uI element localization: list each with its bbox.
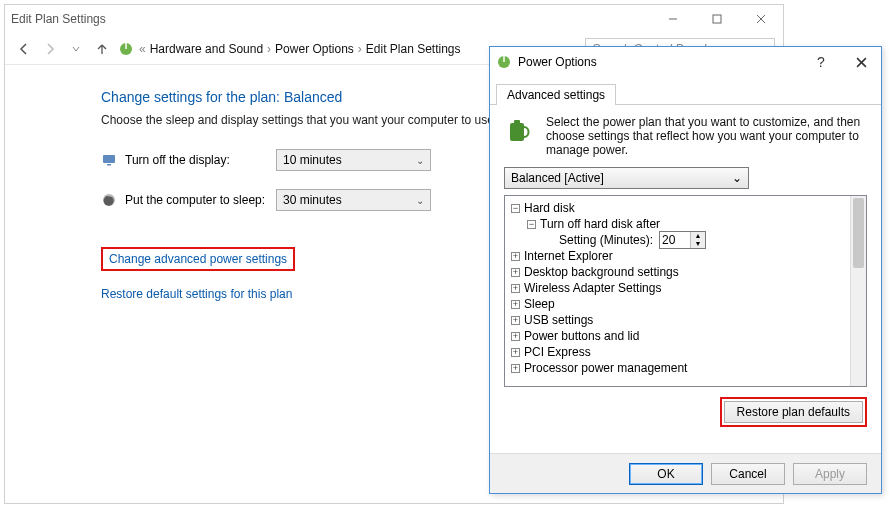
battery-icon xyxy=(504,115,536,147)
tree-node[interactable]: Sleep xyxy=(524,296,555,312)
chevron-down-icon: ⌄ xyxy=(732,171,742,185)
setting-minutes-input[interactable] xyxy=(660,232,690,248)
help-button[interactable]: ? xyxy=(801,47,841,77)
combo-value: 30 minutes xyxy=(283,193,342,207)
sleep-combo[interactable]: 30 minutes ⌄ xyxy=(276,189,431,211)
expand-icon[interactable]: + xyxy=(511,284,520,293)
highlight-restore-defaults: Restore plan defaults xyxy=(720,397,867,427)
svg-rect-6 xyxy=(107,164,111,166)
power-icon xyxy=(117,40,135,58)
tree-node-hard-disk[interactable]: Hard disk xyxy=(524,200,575,216)
dialog-title: Power Options xyxy=(518,55,801,69)
collapse-icon[interactable]: − xyxy=(527,220,536,229)
tree-node[interactable]: Power buttons and lid xyxy=(524,328,639,344)
scrollbar-thumb[interactable] xyxy=(853,198,864,268)
combo-value: 10 minutes xyxy=(283,153,342,167)
tree-node[interactable]: USB settings xyxy=(524,312,593,328)
breadcrumb: Hardware and Sound › Power Options › Edi… xyxy=(150,42,461,56)
plan-selector-combo[interactable]: Balanced [Active] ⌄ xyxy=(504,167,749,189)
setting-minutes-label: Setting (Minutes): xyxy=(559,232,653,248)
svg-rect-12 xyxy=(514,120,520,124)
settings-tree[interactable]: − Hard disk − Turn off hard disk after S… xyxy=(504,195,867,387)
heading-prefix: Change settings for the plan: xyxy=(101,89,284,105)
maximize-button[interactable] xyxy=(695,5,739,33)
tab-bar: Advanced settings xyxy=(490,77,881,105)
expand-icon[interactable]: + xyxy=(511,364,520,373)
minimize-button[interactable] xyxy=(651,5,695,33)
collapse-icon[interactable]: − xyxy=(511,204,520,213)
expand-icon[interactable]: + xyxy=(511,316,520,325)
svg-rect-1 xyxy=(713,15,721,23)
crumb-power-options[interactable]: Power Options xyxy=(275,42,354,56)
nav-back-button[interactable] xyxy=(13,38,35,60)
tree-node[interactable]: Desktop background settings xyxy=(524,264,679,280)
tree-node[interactable]: Wireless Adapter Settings xyxy=(524,280,661,296)
expand-icon[interactable]: + xyxy=(511,252,520,261)
tree-node[interactable]: Processor power management xyxy=(524,360,687,376)
spin-up-button[interactable]: ▲ xyxy=(691,232,705,240)
power-icon xyxy=(496,54,512,70)
chevron-down-icon: ⌄ xyxy=(416,155,424,166)
nav-forward-button[interactable] xyxy=(39,38,61,60)
dialog-close-button[interactable] xyxy=(841,47,881,77)
expand-icon[interactable]: + xyxy=(511,348,520,357)
crumb-edit-plan[interactable]: Edit Plan Settings xyxy=(366,42,461,56)
dialog-titlebar: Power Options ? xyxy=(490,47,881,77)
apply-button[interactable]: Apply xyxy=(793,463,867,485)
highlight-advanced-link: Change advanced power settings xyxy=(101,247,295,271)
tree-node[interactable]: Internet Explorer xyxy=(524,248,613,264)
chevron-right-icon: › xyxy=(358,42,362,56)
chevron-right-icon: › xyxy=(267,42,271,56)
display-off-combo[interactable]: 10 minutes ⌄ xyxy=(276,149,431,171)
display-icon xyxy=(101,152,117,168)
tree-node-turn-off-hd[interactable]: Turn off hard disk after xyxy=(540,216,660,232)
expand-icon[interactable]: + xyxy=(511,300,520,309)
plan-selector-value: Balanced [Active] xyxy=(511,171,604,185)
sleep-label: Put the computer to sleep: xyxy=(125,193,265,207)
svg-rect-11 xyxy=(510,123,524,141)
dialog-description: Select the power plan that you want to c… xyxy=(546,115,867,157)
setting-minutes-spin[interactable]: ▲ ▼ xyxy=(659,231,706,249)
window-title: Edit Plan Settings xyxy=(11,12,651,26)
display-off-label: Turn off the display: xyxy=(125,153,230,167)
plan-name: Balanced xyxy=(284,89,342,105)
crumb-hw-sound[interactable]: Hardware and Sound xyxy=(150,42,263,56)
advanced-power-settings-link[interactable]: Change advanced power settings xyxy=(109,252,287,266)
chevron-down-icon: ⌄ xyxy=(416,195,424,206)
expand-icon[interactable]: + xyxy=(511,268,520,277)
tab-advanced-settings[interactable]: Advanced settings xyxy=(496,84,616,105)
sleep-icon xyxy=(101,192,117,208)
nav-history-dropdown[interactable] xyxy=(65,38,87,60)
expand-icon[interactable]: + xyxy=(511,332,520,341)
titlebar: Edit Plan Settings xyxy=(5,5,783,33)
cancel-button[interactable]: Cancel xyxy=(711,463,785,485)
restore-plan-defaults-button[interactable]: Restore plan defaults xyxy=(724,401,863,423)
close-button[interactable] xyxy=(739,5,783,33)
dialog-footer: OK Cancel Apply xyxy=(490,453,881,493)
svg-rect-5 xyxy=(103,155,115,163)
tree-node[interactable]: PCI Express xyxy=(524,344,591,360)
tree-scrollbar[interactable] xyxy=(850,196,866,386)
nav-up-button[interactable] xyxy=(91,38,113,60)
power-options-dialog: Power Options ? Advanced settings Select… xyxy=(489,46,882,494)
ok-button[interactable]: OK xyxy=(629,463,703,485)
spin-down-button[interactable]: ▼ xyxy=(691,240,705,248)
